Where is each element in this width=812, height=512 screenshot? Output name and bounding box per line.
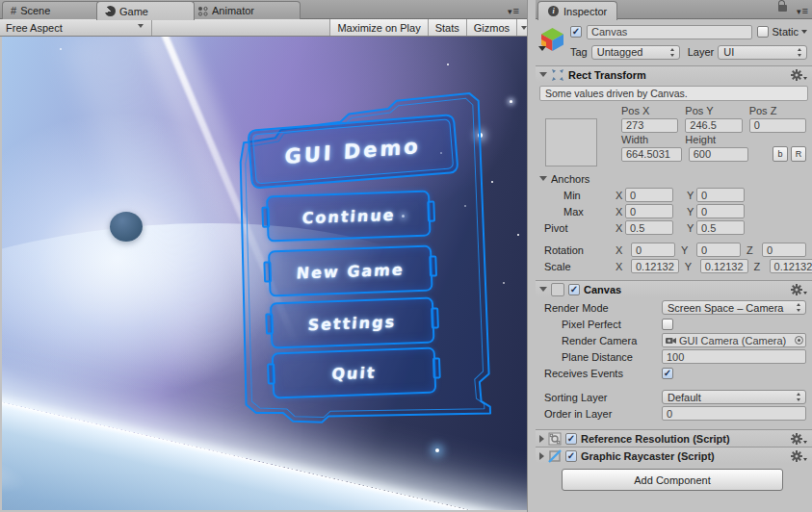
anchor-preview-box[interactable] (545, 118, 597, 166)
new-game-button[interactable]: New Game (268, 245, 433, 297)
min-x-field[interactable]: 0 (625, 188, 673, 202)
render-mode-dropdown[interactable]: Screen Space – Camera (662, 300, 806, 315)
width-field[interactable]: 664.5031 (621, 147, 682, 162)
max-label: Max (544, 206, 616, 218)
height-field[interactable]: 600 (689, 147, 749, 162)
rect-transform-grid: Pos X Pos Y Pos Z 273 246.5 0 Width Heig… (536, 103, 812, 170)
stats-label: Stats (435, 22, 459, 34)
tab-scene[interactable]: # Scene (2, 1, 102, 19)
aspect-dropdown[interactable]: Free Aspect (0, 19, 152, 36)
anchors-foldout-row[interactable]: Anchors (536, 170, 806, 187)
scale-y-field[interactable]: 0.12132 (700, 259, 748, 273)
gear-icon[interactable] (791, 284, 807, 295)
render-camera-field[interactable]: GUI Camera (Camera) (662, 333, 806, 347)
reference-resolution-checkbox[interactable] (565, 433, 577, 445)
width-value: 664.5031 (626, 148, 670, 160)
rotation-label: Rotation (544, 244, 616, 256)
quit-button[interactable]: Quit (272, 347, 437, 399)
z-axis-label: Z (747, 244, 756, 256)
tab-game[interactable]: Game (96, 1, 195, 20)
foldout-open-icon[interactable] (539, 287, 547, 292)
min-label: Min (544, 190, 616, 201)
gear-icon[interactable] (791, 433, 807, 445)
graphic-raycaster-checkbox[interactable] (565, 450, 577, 462)
tab-animator[interactable]: Animator (189, 1, 301, 19)
scale-label: Scale (544, 261, 616, 272)
settings-button[interactable]: Settings (270, 297, 435, 349)
gui-demo-menu: GUI Demo Continue New Game Settings Quit (224, 61, 505, 437)
gear-icon[interactable] (791, 69, 807, 81)
tab-inspector[interactable]: i Inspector (537, 1, 617, 20)
layer-label: Layer (688, 46, 715, 58)
raw-edit-mode-button[interactable]: R (791, 146, 806, 162)
game-view-panel: # Scene Game Animator ▾≡ Free Aspect Max… (0, 0, 531, 512)
pivot-x-field[interactable]: 0.5 (625, 220, 673, 235)
gizmos-label: Gizmos (474, 22, 510, 34)
pivot-y-value: 0.5 (701, 222, 716, 234)
icon-picker-arrow[interactable] (538, 46, 546, 51)
add-component-button[interactable]: Add Component (562, 469, 783, 491)
pivot-y-field[interactable]: 0.5 (696, 220, 745, 235)
static-dropdown-arrow[interactable] (801, 30, 807, 34)
foldout-closed-icon[interactable] (539, 452, 544, 460)
static-toggle[interactable]: Static (757, 26, 807, 38)
continue-button[interactable]: Continue (266, 191, 432, 243)
sorting-layer-row: Sorting Layer Default (536, 389, 806, 405)
moon (110, 212, 143, 242)
gizmos-button[interactable]: Gizmos (466, 19, 516, 36)
maximize-on-play-label: Maximize on Play (337, 22, 420, 34)
y-axis-label: Y (681, 244, 691, 256)
popup-arrows-icon (796, 393, 802, 401)
graphic-raycaster-header[interactable]: Graphic Raycaster (Script) (536, 447, 812, 464)
foldout-closed-icon[interactable] (539, 435, 544, 443)
tag-dropdown[interactable]: Untagged (591, 45, 680, 60)
pixel-perfect-checkbox[interactable] (662, 319, 673, 330)
canvas-component-header[interactable]: Canvas (536, 280, 812, 297)
receives-events-label: Receives Events (544, 368, 662, 379)
receives-events-row: Receives Events (536, 365, 806, 381)
rect-transform-header[interactable]: Rect Transform (536, 65, 812, 83)
max-x-field[interactable]: 0 (625, 204, 673, 218)
rotation-y-field[interactable]: 0 (696, 243, 741, 257)
settings-label: Settings (307, 312, 397, 333)
foldout-open-icon[interactable] (539, 176, 547, 181)
min-y-field[interactable]: 0 (696, 188, 745, 202)
order-in-layer-value: 0 (667, 408, 672, 420)
lock-icon[interactable] (778, 5, 787, 12)
pos-x-field[interactable]: 273 (621, 118, 678, 133)
rotation-x-field[interactable]: 0 (631, 243, 675, 257)
pos-y-label: Pos Y (685, 105, 742, 116)
pos-z-field[interactable]: 0 (749, 118, 806, 133)
scale-y-value: 0.12132 (705, 261, 744, 272)
gameobject-header: Canvas Static Tag Untagged Layer UI (536, 23, 812, 65)
canvas-enabled-checkbox[interactable] (568, 284, 580, 295)
active-checkbox[interactable] (570, 26, 582, 38)
reference-resolution-header[interactable]: Reference Resolution (Script) (536, 429, 812, 447)
maximize-on-play-button[interactable]: Maximize on Play (329, 19, 427, 36)
pos-y-field[interactable]: 246.5 (685, 118, 742, 133)
object-picker-icon[interactable] (795, 336, 803, 345)
order-in-layer-field[interactable]: 0 (662, 406, 806, 421)
blueprint-mode-button[interactable]: b (773, 146, 788, 162)
y-axis-label: Y (687, 206, 696, 218)
star (503, 282, 505, 284)
inspector-menu-icon[interactable]: ▾≡ (797, 5, 809, 16)
max-y-field[interactable]: 0 (696, 204, 745, 218)
render-camera-label: Render Camera (544, 335, 662, 346)
layer-dropdown[interactable]: UI (718, 45, 807, 60)
gear-icon[interactable] (791, 450, 807, 462)
plane-distance-field[interactable]: 100 (662, 349, 806, 364)
scale-x-field[interactable]: 0.12132 (631, 259, 679, 273)
game-toolbar: Free Aspect Maximize on Play Stats Gizmo… (0, 19, 531, 37)
static-checkbox[interactable] (757, 26, 769, 38)
rotation-z-field[interactable]: 0 (762, 243, 806, 257)
render-mode-value: Screen Space – Camera (668, 302, 783, 314)
sorting-layer-dropdown[interactable]: Default (662, 390, 806, 404)
name-field[interactable]: Canvas (587, 25, 752, 39)
foldout-open-icon[interactable] (539, 72, 547, 77)
receives-events-checkbox[interactable] (662, 368, 673, 379)
stats-button[interactable]: Stats (428, 19, 466, 36)
game-panel-menu-icon[interactable]: ▾≡ (508, 5, 520, 16)
scale-z-field[interactable]: 0.12132 (770, 259, 812, 273)
pos-x-value: 273 (626, 119, 643, 131)
